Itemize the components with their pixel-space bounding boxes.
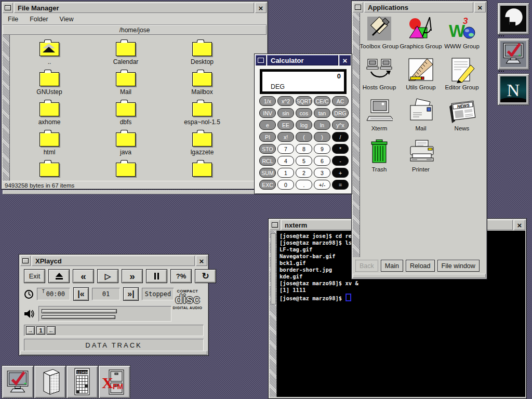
menu-folder[interactable]: Folder xyxy=(30,16,48,23)
terminal-scrollbar[interactable] xyxy=(270,231,277,397)
volume-bar[interactable] xyxy=(42,309,117,313)
calc-button[interactable]: EE xyxy=(277,120,294,130)
calc-button[interactable]: 5 xyxy=(296,156,312,166)
calc-button[interactable]: 1 xyxy=(277,168,294,178)
calc-button[interactable]: 4 xyxy=(277,156,294,166)
calc-button[interactable]: 9 xyxy=(314,144,330,154)
calc-button[interactable]: AC xyxy=(332,96,349,106)
dock-tile-box[interactable] xyxy=(34,365,66,398)
calc-button[interactable]: RCL xyxy=(259,156,276,166)
window-menu-button[interactable] xyxy=(3,3,13,13)
xplaycd-titlebar[interactable]: XPlaycd × xyxy=(20,256,207,266)
calc-button[interactable]: +/- xyxy=(314,180,330,190)
folder-item[interactable]: GNUstep xyxy=(12,72,87,101)
folder-item[interactable]: java xyxy=(88,132,163,162)
calc-button[interactable]: * xyxy=(332,144,349,154)
folder-item[interactable] xyxy=(12,163,87,181)
volume-slider[interactable] xyxy=(38,306,171,322)
close-button[interactable]: × xyxy=(339,55,351,65)
prev-track-button[interactable]: |« xyxy=(73,287,89,301)
dock-tile-xwindow[interactable] xyxy=(2,365,34,398)
dock-tile-calculator[interactable]: 123456 xyxy=(66,365,98,398)
folder-item[interactable]: Mail xyxy=(88,72,163,101)
file-window-button[interactable]: File window xyxy=(437,260,480,272)
calc-button[interactable]: - xyxy=(332,156,349,166)
dock-tile-afterstep[interactable] xyxy=(497,3,529,35)
dock-tile-netscape[interactable]: N xyxy=(497,73,529,105)
folder-item-up[interactable]: .. xyxy=(12,42,87,71)
folder-item[interactable]: Mailbox xyxy=(165,72,240,101)
folder-item[interactable]: dbfs xyxy=(88,102,163,131)
calc-button[interactable]: 7 xyxy=(277,144,294,154)
folder-item[interactable]: axhome xyxy=(12,102,87,131)
resize-strip[interactable] xyxy=(20,351,207,355)
shuffle-button[interactable]: ?% xyxy=(170,269,192,283)
calc-button[interactable]: sin xyxy=(277,108,294,118)
play-button[interactable]: ▷ xyxy=(97,269,118,283)
folder-item[interactable] xyxy=(88,163,163,181)
folder-item[interactable] xyxy=(165,163,240,181)
app-item-xterm[interactable]: Xterm xyxy=(358,97,400,137)
close-button[interactable]: × xyxy=(474,2,486,12)
calc-button[interactable]: CE/C xyxy=(314,96,330,106)
calc-button[interactable]: . xyxy=(296,180,312,190)
app-item-hosts-group[interactable]: Hosts Group xyxy=(358,56,400,96)
calc-button[interactable]: 2 xyxy=(296,168,312,178)
folder-item[interactable]: lgazzete xyxy=(165,132,240,162)
app-item-toolbox-group[interactable]: Toolbox Group xyxy=(358,15,400,55)
calc-button[interactable]: STO xyxy=(259,144,276,154)
dock-tile-monitor-check[interactable] xyxy=(497,38,529,70)
calculator-titlebar[interactable]: Calculator × xyxy=(256,55,351,65)
file-manager-scrollbar[interactable] xyxy=(3,35,10,181)
close-button[interactable]: × xyxy=(255,3,267,13)
app-item-news[interactable]: NEWS News xyxy=(441,97,483,137)
exit-button[interactable]: Exit xyxy=(24,269,45,283)
forward-button[interactable]: » xyxy=(122,269,143,283)
calc-button[interactable]: 3 xyxy=(314,168,330,178)
app-item-trash[interactable]: Trash xyxy=(358,138,400,178)
calc-button[interactable]: DRG xyxy=(332,108,349,118)
calc-button[interactable]: 0 xyxy=(277,180,294,190)
menu-file[interactable]: File xyxy=(8,16,18,23)
balance-bar[interactable] xyxy=(42,315,115,319)
close-button[interactable]: × xyxy=(514,220,525,230)
calc-button[interactable]: ( xyxy=(296,132,312,142)
calc-button[interactable]: 8 xyxy=(296,144,312,154)
app-item-graphics-group[interactable]: Graphics Group xyxy=(400,15,442,55)
calc-button[interactable]: 6 xyxy=(314,156,330,166)
main-button[interactable]: Main xyxy=(381,260,403,272)
calc-button[interactable]: e xyxy=(259,120,276,130)
calc-button[interactable]: ) xyxy=(314,132,330,142)
calc-button[interactable]: PI xyxy=(259,132,276,142)
close-button[interactable]: × xyxy=(196,256,207,266)
window-menu-button[interactable] xyxy=(270,220,280,230)
app-item-printer[interactable]: Printer xyxy=(400,138,442,178)
calc-button[interactable]: ln xyxy=(314,120,330,130)
calc-button[interactable]: SQRT xyxy=(296,96,312,106)
folder-item[interactable]: Calendar xyxy=(88,42,163,71)
file-manager-titlebar[interactable]: File Manager × xyxy=(3,3,267,13)
scrollbar-thumb[interactable] xyxy=(271,233,276,304)
calc-button[interactable]: x! xyxy=(277,132,294,142)
calc-button[interactable]: x^2 xyxy=(277,96,294,106)
window-menu-button[interactable] xyxy=(353,2,363,12)
timer-icon[interactable] xyxy=(24,289,34,299)
menu-view[interactable]: View xyxy=(60,16,74,23)
window-menu-button[interactable] xyxy=(20,256,31,266)
window-menu-button[interactable] xyxy=(256,55,266,65)
reload-button[interactable]: Reload xyxy=(406,260,435,272)
calc-button[interactable]: EXC xyxy=(259,180,276,190)
calc-button[interactable]: y^x xyxy=(332,120,349,130)
repeat-button[interactable]: ↻ xyxy=(195,269,216,283)
folder-item[interactable]: html xyxy=(12,132,87,162)
dock-tile-xfm[interactable]: X FM xyxy=(98,365,130,398)
calc-button[interactable]: tan xyxy=(314,108,330,118)
track-next-button[interactable]: → xyxy=(26,326,35,335)
calc-button[interactable]: INV xyxy=(259,108,276,118)
resize-strip[interactable] xyxy=(3,190,267,194)
app-item-mail[interactable]: Mail xyxy=(400,97,442,137)
calc-button[interactable]: log xyxy=(296,120,312,130)
resize-strip[interactable] xyxy=(353,274,486,278)
pause-button[interactable] xyxy=(146,269,167,283)
track-number-button[interactable]: 1 xyxy=(36,326,45,335)
